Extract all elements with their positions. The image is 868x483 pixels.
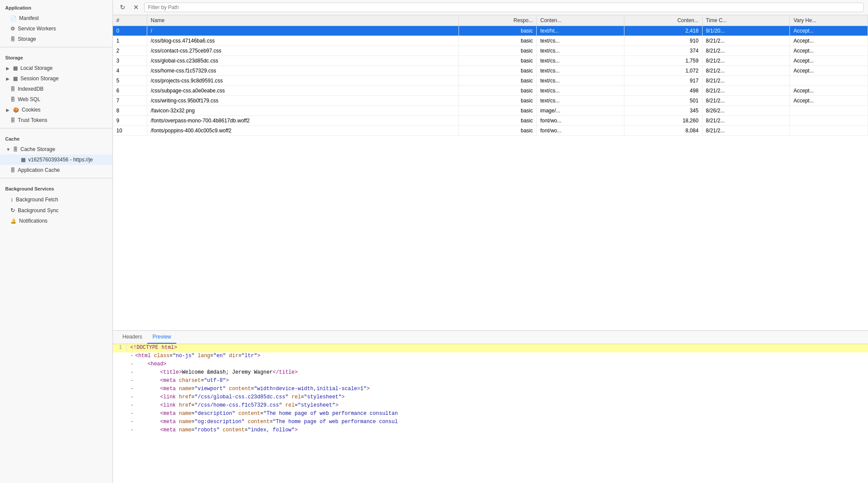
tab-preview[interactable]: Preview xyxy=(147,331,176,344)
table-cell: 1,072 xyxy=(624,66,702,76)
table-cell: 9 xyxy=(113,116,147,126)
table-cell: text/cs... xyxy=(537,46,624,56)
cache-storage-sub-icon xyxy=(21,157,26,163)
sidebar-item-service-workers[interactable]: Service Workers xyxy=(0,23,112,34)
col-header-name[interactable]: Name xyxy=(147,15,459,26)
table-cell: 8/21/2... xyxy=(702,36,790,46)
sidebar-item-trust-tokens[interactable]: Trust Tokens xyxy=(0,115,112,125)
table-cell: /fonts/poppins-400.40c005c9.woff2 xyxy=(147,126,459,136)
divider-3 xyxy=(0,178,112,178)
sidebar-item-cookies[interactable]: Cookies xyxy=(0,105,112,115)
code-line: - <title>Welcome &mdash; Jeremy Wagner</… xyxy=(113,369,868,377)
table-row[interactable]: 10/fonts/poppins-400.40c005c9.woff2basic… xyxy=(113,126,868,136)
code-content: <link href="/css/global-css.c23d85dc.css… xyxy=(160,394,345,400)
table-cell: 8/21/2... xyxy=(702,86,790,96)
code-content: <meta name="robots" content="index, foll… xyxy=(160,427,298,433)
sidebar-item-notifications[interactable]: Notifications xyxy=(0,216,112,226)
table-row[interactable]: 6/css/subpage-css.a0e0eabe.cssbasictext/… xyxy=(113,86,868,96)
web-sql-icon xyxy=(10,96,15,102)
cookies-arrow xyxy=(6,108,10,112)
cache-storage-icon xyxy=(13,146,18,152)
code-line: - <meta name="robots" content="index, fo… xyxy=(113,427,868,435)
table-cell: Accept... xyxy=(790,86,868,96)
sidebar-item-local-storage[interactable]: Local Storage xyxy=(0,63,112,73)
code-indent xyxy=(135,419,160,425)
code-indent xyxy=(135,427,160,433)
session-storage-icon xyxy=(13,76,18,82)
table-cell: text/cs... xyxy=(537,56,624,66)
sidebar-item-application-cache[interactable]: Application Cache xyxy=(0,165,112,175)
tab-headers[interactable]: Headers xyxy=(117,331,147,344)
table-cell: /css/global-css.c23d85dc.css xyxy=(147,56,459,66)
table-cell: 9/1/20... xyxy=(702,26,790,36)
sidebar-item-background-sync[interactable]: Background Sync xyxy=(0,205,112,216)
table-cell: basic xyxy=(459,26,536,36)
code-line: - <meta charset="utf-8"> xyxy=(113,377,868,385)
sidebar-item-session-storage[interactable]: Session Storage xyxy=(0,73,112,84)
main-panel: ↻ ✕ # Name Respo... Conten... Conten... … xyxy=(113,0,868,483)
table-row[interactable]: 3/css/global-css.c23d85dc.cssbasictext/c… xyxy=(113,56,868,66)
cache-table: # Name Respo... Conten... Conten... Time… xyxy=(113,15,868,331)
sidebar-item-web-sql[interactable]: Web SQL xyxy=(0,94,112,105)
sidebar-item-cache-storage-sub[interactable]: v1625760393456 - https://je xyxy=(0,154,112,165)
code-indent xyxy=(135,386,160,392)
table-cell: Accept... xyxy=(790,26,868,36)
table-cell: basic xyxy=(459,46,536,56)
table-cell: font/wo... xyxy=(537,116,624,126)
table-row[interactable]: 4/css/home-css.f1c57329.cssbasictext/cs.… xyxy=(113,66,868,76)
col-header-vary[interactable]: Vary He... xyxy=(790,15,868,26)
table-row[interactable]: 5/css/projects-css.9c8d9591.cssbasictext… xyxy=(113,76,868,86)
table-row[interactable]: 7/css/writing-css.95b0f179.cssbasictext/… xyxy=(113,96,868,106)
table-cell: image/... xyxy=(537,106,624,116)
table-cell: / xyxy=(147,26,459,36)
table-cell: 1,759 xyxy=(624,56,702,66)
table-cell: 5 xyxy=(113,76,147,86)
session-storage-label: Session Storage xyxy=(20,76,59,82)
sidebar-item-background-fetch[interactable]: Background Fetch xyxy=(0,194,112,205)
refresh-button[interactable]: ↻ xyxy=(117,3,128,12)
table-cell: 6 xyxy=(113,86,147,96)
table-row[interactable]: 2/css/contact-css.275ceb97.cssbasictext/… xyxy=(113,46,868,56)
table-cell: /css/blog-css.47146ba6.css xyxy=(147,36,459,46)
table-cell: basic xyxy=(459,36,536,46)
preview-tabs: Headers Preview xyxy=(113,331,868,344)
table-cell: text/cs... xyxy=(537,86,624,96)
sidebar-item-manifest[interactable]: Manifest xyxy=(0,13,112,23)
table-cell: 374 xyxy=(624,46,702,56)
toolbar: ↻ ✕ xyxy=(113,0,868,15)
web-sql-label: Web SQL xyxy=(18,96,40,102)
code-line: 1<!DOCTYPE html> xyxy=(113,344,868,352)
clear-button[interactable]: ✕ xyxy=(131,3,142,12)
col-header-content-type[interactable]: Conten... xyxy=(537,15,624,26)
manifest-icon xyxy=(10,15,17,21)
table-cell: 0 xyxy=(113,26,147,36)
sidebar-item-storage-app[interactable]: Storage xyxy=(0,34,112,44)
filter-input[interactable] xyxy=(144,3,864,12)
col-header-num[interactable]: # xyxy=(113,15,147,26)
code-line: - <head> xyxy=(113,361,868,369)
table-row[interactable]: 1/css/blog-css.47146ba6.cssbasictext/cs.… xyxy=(113,36,868,46)
sidebar-item-cache-storage[interactable]: Cache Storage xyxy=(0,144,112,154)
col-header-content-length[interactable]: Conten... xyxy=(624,15,702,26)
table-cell: 910 xyxy=(624,36,702,46)
minus-indicator: - xyxy=(130,353,133,359)
local-storage-arrow xyxy=(6,66,10,71)
cache-section-header: Cache xyxy=(0,131,112,144)
table-row[interactable]: 9/fonts/overpass-mono-700.4b8617db.woff2… xyxy=(113,116,868,126)
table-cell: text/cs... xyxy=(537,96,624,106)
table-cell: Accept... xyxy=(790,96,868,106)
col-header-time-cached[interactable]: Time C... xyxy=(702,15,790,26)
minus-indicator: - xyxy=(130,394,133,400)
table-cell: /fonts/overpass-mono-700.4b8617db.woff2 xyxy=(147,116,459,126)
table-cell: text/cs... xyxy=(537,36,624,46)
table-row[interactable]: 8/favicon-32x32.pngbasicimage/...3458/26… xyxy=(113,106,868,116)
table-row[interactable]: 0/basictext/ht...2,4189/1/20...Accept... xyxy=(113,26,868,36)
col-header-response[interactable]: Respo... xyxy=(459,15,536,26)
table-cell: Accept... xyxy=(790,66,868,76)
sidebar-item-indexeddb[interactable]: IndexedDB xyxy=(0,84,112,94)
code-content: <head> xyxy=(148,361,166,367)
code-indent xyxy=(135,402,160,408)
code-content: <meta name="og:description" content="The… xyxy=(160,419,398,425)
indexeddb-label: IndexedDB xyxy=(18,86,43,92)
table-cell: basic xyxy=(459,86,536,96)
